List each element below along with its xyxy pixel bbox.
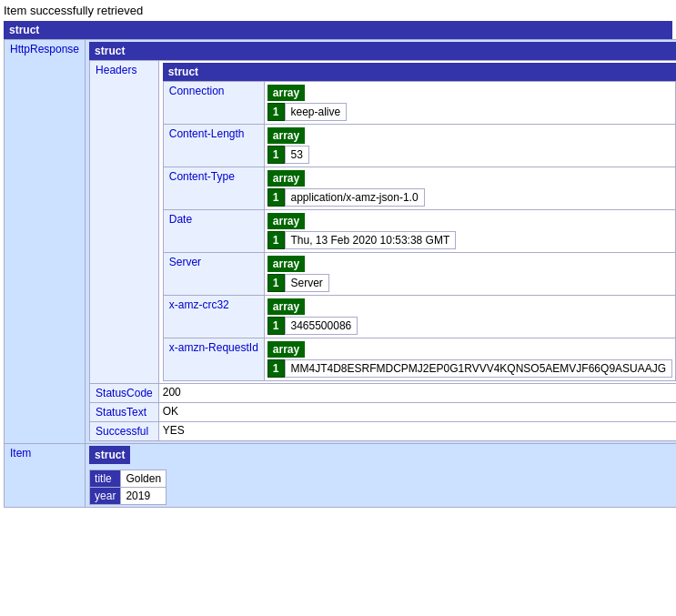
item-key: Item	[5, 444, 86, 508]
header-row-key: Content-Length	[163, 125, 264, 167]
headers-inner-table: Connectionarray1keep-aliveContent-Length…	[163, 81, 676, 381]
item-value-cell: struct title Golden year 2019	[86, 444, 676, 508]
array-index: 1	[267, 231, 285, 249]
array-index: 1	[267, 103, 285, 121]
header-row-value: array153	[264, 125, 675, 167]
header-row-value: array1application/x-amz-json-1.0	[264, 167, 675, 210]
array-value: application/x-amz-json-1.0	[285, 188, 425, 207]
array-value-row: 1MM4JT4D8ESRFMDCPMJ2EP0G1RVVV4KQNSO5AEMV…	[267, 359, 672, 378]
array-index: 1	[267, 188, 285, 207]
http-response-struct-bar: struct	[89, 42, 676, 60]
array-value: MM4JT4D8ESRFMDCPMJ2EP0G1RVVV4KQNSO5AEMVJ…	[285, 359, 673, 378]
array-bar: array	[267, 256, 305, 272]
array-bar: array	[267, 170, 305, 187]
item-inner-table: title Golden year 2019	[89, 470, 166, 505]
item-year-key: year	[90, 488, 121, 505]
http-response-key: HttpResponse	[5, 40, 86, 444]
status-code-key: StatusCode	[90, 384, 159, 403]
successful-key: Successful	[90, 422, 159, 441]
successful-value: YES	[158, 422, 676, 441]
header-row-key: x-amzn-RequestId	[163, 338, 264, 381]
header-row: Datearray1Thu, 13 Feb 2020 10:53:38 GMT	[163, 210, 675, 253]
headers-key: Headers	[90, 61, 159, 384]
header-row-value: array1Thu, 13 Feb 2020 10:53:38 GMT	[264, 210, 675, 253]
array-bar: array	[267, 341, 305, 358]
http-response-value: struct Headers struct Con	[86, 40, 676, 444]
array-value: Server	[285, 274, 329, 292]
array-value: Thu, 13 Feb 2020 10:53:38 GMT	[285, 231, 457, 249]
item-title-val: Golden	[121, 470, 166, 488]
header-row-value: array1Server	[264, 253, 675, 296]
header-row: x-amzn-RequestIdarray1MM4JT4D8ESRFMDCPMJ…	[163, 338, 675, 381]
array-value: 53	[285, 146, 309, 164]
header-row-key: x-amz-crc32	[163, 296, 264, 338]
array-bar: array	[267, 127, 305, 144]
header-row: Connectionarray1keep-alive	[163, 82, 675, 125]
header-row-key: Date	[163, 210, 264, 253]
array-index: 1	[267, 146, 285, 164]
array-value-row: 1keep-alive	[267, 103, 672, 121]
array-value: 3465500086	[285, 317, 358, 335]
headers-struct-bar: struct	[163, 63, 676, 81]
array-bar: array	[267, 213, 305, 229]
array-index: 1	[267, 359, 285, 378]
header-row: Content-Typearray1application/x-amz-json…	[163, 167, 675, 210]
array-index: 1	[267, 274, 285, 292]
header-row-value: array1MM4JT4D8ESRFMDCPMJ2EP0G1RVVV4KQNSO…	[264, 338, 675, 381]
header-row-value: array1keep-alive	[264, 82, 675, 125]
http-response-inner-table: Headers struct Connectionarray1keep-aliv…	[89, 60, 676, 441]
header-row-key: Content-Type	[163, 167, 264, 210]
array-value-row: 1application/x-amz-json-1.0	[267, 188, 672, 207]
status-text-value: OK	[158, 403, 676, 422]
item-struct-bar: struct	[89, 446, 130, 464]
header-row: Content-Lengtharray153	[163, 125, 675, 167]
outer-struct-bar: struct	[4, 21, 672, 39]
header-row-value: array13465500086	[264, 296, 675, 338]
array-bar: array	[267, 298, 305, 315]
outer-table: HttpResponse struct Headers struct	[4, 39, 676, 508]
header-row-key: Connection	[163, 82, 264, 125]
header-row-key: Server	[163, 253, 264, 296]
status-message: Item successfully retrieved	[4, 4, 672, 17]
array-value-row: 13465500086	[267, 317, 672, 335]
array-bar: array	[267, 85, 305, 101]
item-year-val: 2019	[121, 488, 166, 505]
array-value-row: 1Server	[267, 274, 672, 292]
item-title-key: title	[90, 470, 121, 488]
header-row: x-amz-crc32array13465500086	[163, 296, 675, 338]
header-row: Serverarray1Server	[163, 253, 675, 296]
status-text-key: StatusText	[90, 403, 159, 422]
array-value: keep-alive	[285, 103, 348, 121]
array-index: 1	[267, 317, 285, 335]
status-code-value: 200	[158, 384, 676, 403]
array-value-row: 1Thu, 13 Feb 2020 10:53:38 GMT	[267, 231, 672, 249]
array-value-row: 153	[267, 146, 672, 164]
headers-value: struct Connectionarray1keep-aliveContent…	[158, 61, 676, 384]
